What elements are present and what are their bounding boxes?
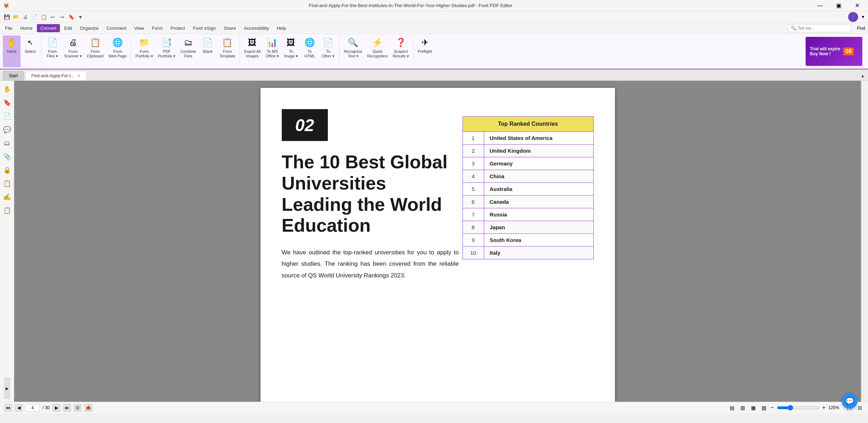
to-ms-office-icon: 📊	[267, 37, 278, 48]
redo-icon[interactable]: ↪	[58, 13, 66, 21]
menu-help[interactable]: Help	[273, 24, 290, 32]
sidebar-hand-icon[interactable]: ✋	[1, 84, 13, 95]
open-icon[interactable]: 📂	[12, 13, 20, 21]
country-cell: Germany	[484, 157, 593, 170]
to-other-button[interactable]: 📄 ToOther ▾	[319, 35, 337, 67]
split-view-icon[interactable]: ⊟	[856, 404, 864, 412]
undo-icon[interactable]: ↩	[49, 13, 57, 21]
maximize-button[interactable]: ▣	[830, 0, 847, 11]
last-page-button[interactable]: ⏭	[63, 404, 71, 412]
country-cell: Italy	[484, 247, 593, 259]
tab-close-icon[interactable]: ✕	[77, 74, 80, 78]
tab-collapse-icon[interactable]: ▾	[860, 73, 865, 80]
combine-files-button[interactable]: 🗂 CombineFiles	[178, 35, 198, 67]
current-page-input[interactable]	[26, 404, 40, 412]
zoom-out-icon[interactable]: −	[771, 405, 774, 411]
sidebar-layers-icon[interactable]: 🗂	[1, 137, 13, 149]
menu-organize[interactable]: Organize	[77, 24, 102, 32]
view-single-icon[interactable]: ▤	[728, 404, 736, 412]
quick-recognition-button[interactable]: ⚡ QuickRecognition	[365, 35, 390, 67]
pdf-portfolio-button[interactable]: 📑 PDFPortfolio ▾	[156, 35, 178, 67]
country-cell: Russia	[484, 208, 593, 221]
sidebar-comment-icon[interactable]: 💬	[1, 124, 13, 135]
combine-files-label: CombineFiles	[180, 49, 196, 58]
tab-document[interactable]: Find-and-Apply-For-t... ✕	[25, 71, 86, 80]
tab-start[interactable]: Start	[3, 71, 24, 80]
trial-banner[interactable]: Trial will expire Buy Now ! 08	[806, 37, 862, 66]
save-icon[interactable]: 💾	[3, 13, 11, 21]
paste-icon[interactable]: 📋	[40, 13, 47, 21]
menu-form[interactable]: Form	[149, 24, 166, 32]
menu-foxit-esign[interactable]: Foxit eSign	[189, 24, 219, 32]
sidebar-pages2-icon[interactable]: 📋	[1, 178, 13, 189]
form-portfolio-button[interactable]: 📁 FormPortfolio ▾	[133, 35, 155, 67]
preflight-button[interactable]: ✈ Preflight	[416, 35, 434, 67]
zoom-slider[interactable]	[777, 405, 819, 411]
recognize-text-button[interactable]: 🔍 RecognizeText ▾	[342, 35, 364, 67]
from-template-label: FromTemplate	[219, 49, 235, 58]
menu-bar: File Home Convert Edit Organize Comment …	[0, 23, 868, 34]
extract-page-button[interactable]: 📤	[84, 404, 92, 412]
from-scanner-button[interactable]: 🖨 FromScanner ▾	[62, 35, 84, 67]
rank-cell: 10	[463, 247, 484, 259]
hand-label: Hand	[7, 49, 16, 54]
from-clipboard-button[interactable]: 📋 FromClipboard	[85, 35, 106, 67]
menu-convert[interactable]: Convert	[37, 24, 60, 32]
suspect-results-button[interactable]: ❓ SuspectResults ▾	[391, 35, 411, 67]
menu-edit[interactable]: Edit	[61, 24, 75, 32]
to-other-label: ToOther ▾	[322, 49, 335, 58]
zoom-in-icon[interactable]: +	[822, 405, 825, 411]
panel-toggle-button[interactable]: ▶	[4, 378, 10, 399]
search-box[interactable]: 🔍	[788, 24, 851, 32]
sidebar-lock-icon[interactable]: 🔒	[1, 164, 13, 176]
menu-home[interactable]: Home	[17, 24, 36, 32]
sidebar-copy-icon[interactable]: 📋	[1, 205, 13, 216]
to-other-icon: 📄	[323, 37, 334, 48]
to-html-button[interactable]: 🌐 ToHTML	[301, 35, 319, 67]
fit-page-button[interactable]: ⊡	[74, 404, 82, 412]
user-avatar[interactable]: 👤	[848, 12, 858, 22]
menu-file[interactable]: File	[1, 24, 16, 32]
first-page-button[interactable]: ⏮	[4, 404, 12, 412]
view-facing-icon[interactable]: ▥	[739, 404, 746, 412]
close-button[interactable]: ✕	[849, 0, 865, 11]
view-continuous-icon[interactable]: ▦	[749, 404, 757, 412]
print-icon[interactable]: 🖨	[21, 13, 29, 21]
sidebar-pages-icon[interactable]: 📄	[1, 111, 13, 122]
from-web-button[interactable]: 🌐 FromWeb Page	[106, 35, 129, 67]
user-dropdown-icon[interactable]: ▼	[861, 15, 865, 19]
rank-cell: 2	[463, 145, 484, 157]
menu-accessibility[interactable]: Accessibility	[240, 24, 273, 32]
dropdown-qa-icon[interactable]: ▼	[77, 13, 84, 21]
combine-files-icon: 🗂	[183, 37, 194, 48]
sidebar-bookmark-icon[interactable]: 🔖	[1, 97, 13, 108]
from-template-button[interactable]: 📋 FromTemplate	[217, 35, 237, 67]
select-button[interactable]: ↖ Select	[21, 35, 39, 67]
menu-comment[interactable]: Comment	[103, 24, 130, 32]
rank-cell: 3	[463, 157, 484, 170]
sidebar-right	[861, 81, 868, 402]
prev-page-button[interactable]: ◀	[15, 404, 23, 412]
menu-protect[interactable]: Protect	[167, 24, 189, 32]
newdoc-icon[interactable]: 📄	[30, 13, 38, 21]
search-input[interactable]	[798, 26, 847, 31]
next-page-button[interactable]: ▶	[52, 404, 60, 412]
hand-button[interactable]: ✋ Hand	[3, 35, 21, 67]
pdf-area[interactable]: 02 The 10 Best Global Universities Leadi…	[14, 81, 861, 402]
view-spread-icon[interactable]: ▧	[760, 404, 768, 412]
sidebar-sign-icon[interactable]: ✍	[1, 191, 13, 203]
trial-line1: Trial will expire	[810, 46, 840, 51]
minimize-button[interactable]: —	[812, 0, 828, 11]
menu-view[interactable]: View	[131, 24, 148, 32]
to-image-button[interactable]: 🖼 ToImage ▾	[282, 35, 300, 67]
export-all-images-label: Export AllImages	[244, 49, 261, 58]
to-ms-office-button[interactable]: 📊 To MSOffice ▾	[263, 35, 281, 67]
from-files-button[interactable]: 📄 FromFiles ▾	[44, 35, 61, 67]
chat-button[interactable]: 💬	[842, 393, 857, 409]
menu-share[interactable]: Share	[220, 24, 240, 32]
sidebar-attach-icon[interactable]: 📎	[1, 151, 13, 162]
bookmark-qa-icon[interactable]: 🔖	[67, 13, 75, 21]
to-image-label: ToImage ▾	[284, 49, 298, 58]
export-all-images-button[interactable]: 🖼 Export AllImages	[242, 35, 263, 67]
blank-button[interactable]: 📄 Blank	[199, 35, 217, 67]
